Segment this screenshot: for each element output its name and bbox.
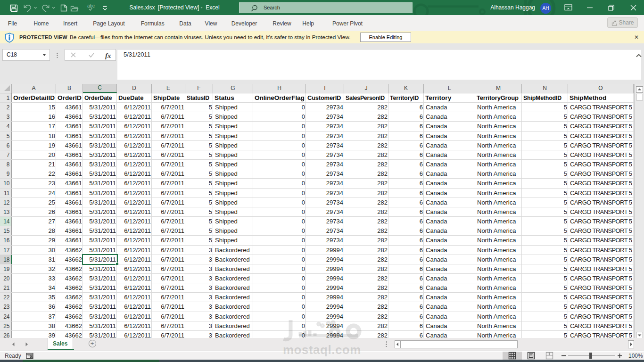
svg-text:abc: abc [87,3,95,8]
svg-text:fx: fx [105,52,111,59]
svg-text:mostaql.com: mostaql.com [283,343,361,357]
